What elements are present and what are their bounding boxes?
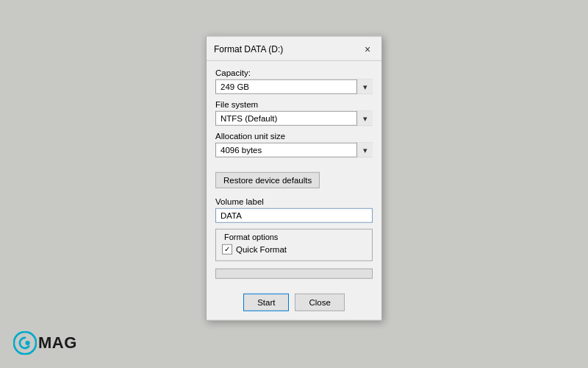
format-options-legend: Format options <box>222 233 366 241</box>
dialog-title: Format DATA (D:) <box>214 44 283 54</box>
dialog-body: Capacity: 249 GB File system NTFS (Defau… <box>207 61 381 286</box>
progress-bar-container <box>215 269 373 279</box>
format-dialog: Format DATA (D:) × Capacity: 249 GB File… <box>206 36 382 321</box>
allocation-label: Allocation unit size <box>215 132 373 141</box>
logo-text: MAG <box>38 333 77 353</box>
quick-format-row: Quick Format <box>222 244 366 255</box>
volume-label-label: Volume label <box>215 197 373 206</box>
capacity-select-wrapper: 249 GB <box>215 79 373 94</box>
dialog-footer: Start Close <box>207 286 381 320</box>
volume-label-input[interactable] <box>215 208 373 223</box>
logo: MAG <box>13 331 77 355</box>
allocation-select[interactable]: 4096 bytes <box>215 143 373 158</box>
svg-point-0 <box>14 332 36 354</box>
quick-format-checkbox[interactable] <box>222 244 232 255</box>
format-options-group: Format options Quick Format <box>215 229 373 261</box>
allocation-select-wrapper: 4096 bytes <box>215 143 373 158</box>
quick-format-label: Quick Format <box>236 245 287 254</box>
filesystem-select-wrapper: NTFS (Default) <box>215 111 373 126</box>
start-button[interactable]: Start <box>243 294 289 311</box>
close-button[interactable]: Close <box>295 294 344 311</box>
filesystem-select[interactable]: NTFS (Default) <box>215 111 373 126</box>
close-x-button[interactable]: × <box>361 43 374 56</box>
capacity-label: Capacity: <box>215 68 373 77</box>
dialog-titlebar: Format DATA (D:) × <box>207 37 381 61</box>
logo-icon <box>13 331 37 355</box>
restore-defaults-button[interactable]: Restore device defaults <box>215 172 320 188</box>
svg-point-1 <box>25 341 29 345</box>
capacity-select[interactable]: 249 GB <box>215 79 373 94</box>
filesystem-label: File system <box>215 100 373 109</box>
